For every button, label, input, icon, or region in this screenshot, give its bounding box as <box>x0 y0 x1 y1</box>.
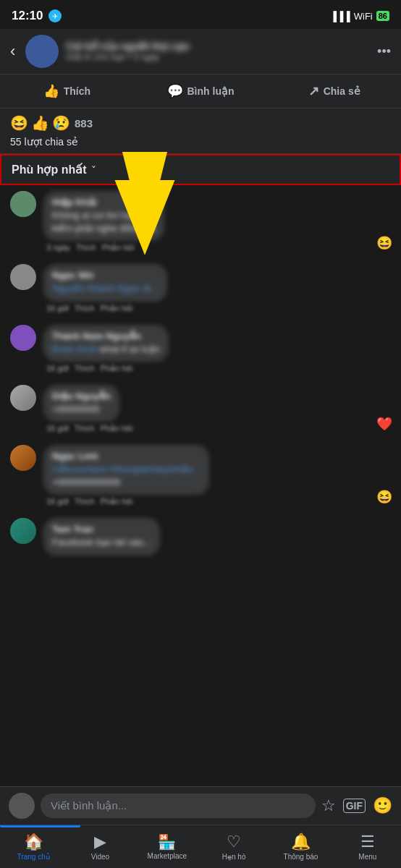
status-time: 12:10 <box>12 9 43 23</box>
comment-text: Liếkcountyno Nhungdemlaynhiều...+0000000… <box>52 463 200 489</box>
nav-label-marketplace: Marketplace <box>148 852 187 860</box>
home-icon: 🏠 <box>24 833 43 851</box>
emoji-icon[interactable]: 🙂 <box>373 796 392 815</box>
marketplace-icon: 🏪 <box>158 833 176 851</box>
comment-bubble: Ngọc Nhì Nguyễn Khánh Ngọc ơi... <box>43 264 167 301</box>
avatar <box>10 325 36 351</box>
avatar <box>10 518 36 544</box>
comment-bubble: Ngọc Linh Liếkcountyno Nhungdemlaynhiều.… <box>43 445 209 495</box>
nav-item-dating[interactable]: ♡ Hẹn hò <box>200 830 267 864</box>
wifi-icon: WiFi <box>354 11 373 22</box>
action-bar: 👍 Thích 💬 Bình luận ↗ Chia sẻ <box>0 75 401 109</box>
comment-bubble: Tam Tran Facebook bạn bè vào... <box>43 518 160 555</box>
comment-bubble: Thành Nam Nguyễn Đoàn Khải what if as lu… <box>43 325 169 362</box>
video-icon: ▶ <box>94 833 106 851</box>
comment-input-bar: Viết bình luận... ☆ GIF 🙂 <box>0 786 401 825</box>
comment-author: Diệu Nguyễn <box>52 391 111 401</box>
comment-row: Thành Nam Nguyễn Đoàn Khải what if as lu… <box>0 319 401 379</box>
comment-icon: 💬 <box>167 83 183 99</box>
post-info: Cái bổ của người thợ cạo Giải trí cho bạ… <box>66 41 370 62</box>
avatar <box>25 35 59 68</box>
comment-actions: 3 ngày Thích Phản hồi <box>43 243 391 252</box>
share-label: Chia sẻ <box>324 85 360 97</box>
comment-button[interactable]: 💬 Bình luận <box>134 77 268 105</box>
comment-row: Tam Tran Facebook bạn bè vào... <box>0 512 401 561</box>
post-subtitle: Giải trí cho bạn • 3 ngày <box>66 52 370 62</box>
reaction-like: 👍 <box>31 114 49 132</box>
nav-item-notifications[interactable]: 🔔 Thông báo <box>267 830 334 864</box>
comment-text: Đoàn Khải what if as luận <box>52 343 160 356</box>
nav-label-video: Video <box>91 853 109 861</box>
comment-placeholder: Viết bình luận... <box>51 799 127 812</box>
like-icon: 👍 <box>43 83 59 99</box>
nav-label-menu: Menu <box>358 853 376 861</box>
gif-icon[interactable]: GIF <box>343 799 366 813</box>
bell-icon: 🔔 <box>291 833 311 851</box>
reaction-laughing: 😆 <box>10 114 28 132</box>
bottom-nav: 🏠 Trang chủ ▶ Video 🏪 Marketplace ♡ Hẹn … <box>0 825 401 868</box>
more-button[interactable]: ••• <box>377 44 391 59</box>
comment-reaction-emoji: ❤️ <box>376 416 392 432</box>
comment-text: +00000000 <box>52 403 111 416</box>
comment-author: Tam Tran <box>52 524 151 535</box>
nav-item-marketplace[interactable]: 🏪 Marketplace <box>134 830 200 863</box>
reactions-bar: 😆 👍 😢 883 <box>0 109 401 135</box>
comment-actions: 16 giờ Thích Phản hồi <box>43 364 391 373</box>
comment-author: Ngọc Linh <box>52 451 200 461</box>
sort-label: Phù hợp nhất <box>12 163 87 176</box>
comment-bubble: Hiệp Khải Không ai coi tivi hay bịkiểm p… <box>43 191 164 241</box>
share-button[interactable]: ↗ Chia sẻ <box>267 77 401 105</box>
comment-input-icons: ☆ GIF 🙂 <box>321 796 392 815</box>
nav-label-notifications: Thông báo <box>284 853 318 861</box>
reaction-sad: 😢 <box>52 114 70 132</box>
comment-row: Ngọc Linh Liếkcountyno Nhungdemlaynhiều.… <box>0 439 401 512</box>
star-icon[interactable]: ☆ <box>321 796 336 815</box>
shares-text: 55 lượt chia sẻ <box>10 136 78 148</box>
like-label: Thích <box>64 85 90 97</box>
avatar <box>10 385 36 411</box>
like-button[interactable]: 👍 Thích <box>0 77 134 105</box>
avatar <box>10 264 36 290</box>
active-indicator <box>0 825 80 827</box>
sort-row[interactable]: Phù hợp nhất ˅ <box>0 154 401 185</box>
comment-reaction-emoji: 😆 <box>376 489 392 505</box>
post-header: ‹ Cái bổ của người thợ cạo Giải trí cho … <box>0 29 401 75</box>
share-icon: ↗ <box>308 83 319 99</box>
comment-author: Hiệp Khải <box>52 197 156 208</box>
nav-item-video[interactable]: ▶ Video <box>67 830 133 864</box>
post-title: Cái bổ của người thợ cạo <box>66 41 370 52</box>
shares-bar: 55 lượt chia sẻ <box>0 135 401 154</box>
comment-reaction-emoji: 😆 <box>376 235 392 251</box>
comment-text: Nguyễn Khánh Ngọc ơi... <box>52 282 159 295</box>
back-button[interactable]: ‹ <box>10 42 15 61</box>
avatar <box>10 191 36 217</box>
nav-label-home: Trang chủ <box>17 853 50 861</box>
comment-text: Không ai coi tivi hay bịkiểm phải nghe đ… <box>52 209 156 235</box>
nav-item-home[interactable]: 🏠 Trang chủ <box>0 830 67 864</box>
comment-input-field[interactable]: Viết bình luận... <box>41 793 316 818</box>
user-avatar <box>9 793 35 819</box>
comment-row: Ngọc Nhì Nguyễn Khánh Ngọc ơi... 16 giờ … <box>0 258 401 318</box>
comment-author: Thành Nam Nguyễn <box>52 331 160 341</box>
nav-label-dating: Hẹn hò <box>222 853 246 861</box>
comment-actions: 16 giờ Thích Phản hồi <box>43 304 391 313</box>
status-bar: 12:10 ✈ ▐▐▐ WiFi 86 <box>0 0 401 29</box>
comments-section: Hiệp Khải Không ai coi tivi hay bịkiểm p… <box>0 185 401 561</box>
heart-icon: ♡ <box>227 833 241 851</box>
comment-author: Ngọc Nhì <box>52 270 159 281</box>
battery-icon: 86 <box>376 11 389 21</box>
comment-text: Facebook bạn bè vào... <box>52 536 151 549</box>
comment-actions: 16 giờ Thích Phản hồi <box>43 424 391 433</box>
comment-actions: 16 giờ Thích Phản hồi <box>43 497 391 506</box>
telegram-icon: ✈ <box>48 9 62 22</box>
comment-row: Hiệp Khải Không ai coi tivi hay bịkiểm p… <box>0 185 401 258</box>
signal-icon: ▐▐▐ <box>330 11 350 22</box>
reaction-count: 883 <box>75 117 93 129</box>
menu-icon: ☰ <box>360 833 375 851</box>
comment-label: Bình luận <box>187 85 235 97</box>
status-icons: ▐▐▐ WiFi 86 <box>330 11 389 22</box>
avatar <box>10 445 36 471</box>
nav-item-menu[interactable]: ☰ Menu <box>334 830 401 864</box>
comment-row: Diệu Nguyễn +00000000 16 giờ Thích Phản … <box>0 379 401 439</box>
comment-bubble: Diệu Nguyễn +00000000 <box>43 385 119 422</box>
